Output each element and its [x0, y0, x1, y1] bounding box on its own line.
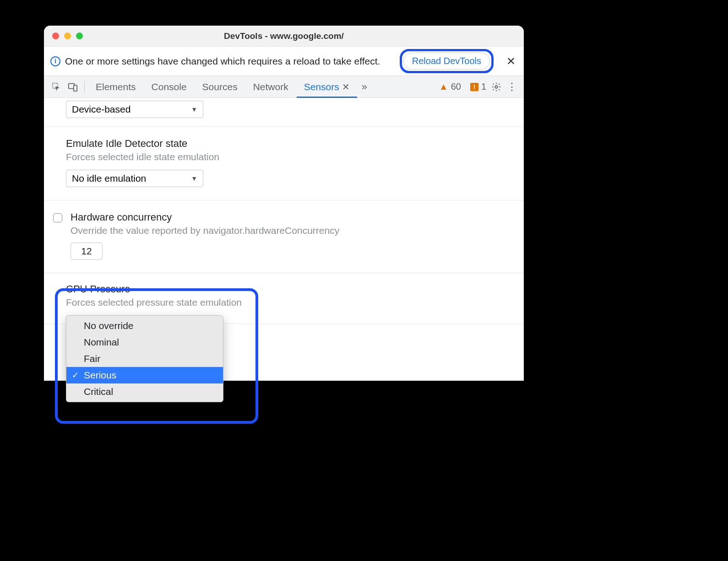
cpu-option-nominal[interactable]: Nominal: [66, 334, 223, 351]
idle-detector-section: Emulate Idle Detector state Forces selec…: [44, 127, 524, 200]
info-message: One or more settings have changed which …: [65, 56, 395, 67]
cpu-pressure-section: CPU Pressure Forces selected pressure st…: [44, 273, 524, 324]
idle-title: Emulate Idle Detector state: [66, 138, 515, 150]
cpu-option-fair[interactable]: Fair: [66, 351, 223, 367]
issue-icon: !: [470, 83, 478, 91]
chevron-down-icon: ▼: [191, 175, 197, 182]
hw-title: Hardware concurrency: [71, 211, 339, 223]
cpu-option-serious[interactable]: Serious: [66, 367, 223, 383]
hw-concurrency-input[interactable]: 12: [71, 243, 103, 260]
reload-devtools-button[interactable]: Reload DevTools: [403, 53, 490, 70]
issue-count: 1: [481, 81, 486, 92]
devtools-window: DevTools - www.google.com/ i One or more…: [44, 26, 524, 381]
tab-sources[interactable]: Sources: [195, 76, 245, 97]
cpu-option-no-override[interactable]: No override: [66, 318, 223, 334]
status-counts[interactable]: ▲ 60 ! 1: [437, 81, 488, 92]
traffic-lights: [44, 32, 83, 39]
device-toolbar-icon[interactable]: [65, 79, 81, 95]
dismiss-infobar-button[interactable]: ✕: [506, 55, 516, 68]
device-based-section: Device-based ▼: [44, 98, 524, 127]
svg-point-3: [495, 86, 498, 88]
minimize-window-button[interactable]: [64, 32, 71, 39]
device-select-value: Device-based: [72, 104, 130, 115]
close-window-button[interactable]: [52, 32, 59, 39]
hw-concurrency-checkbox[interactable]: [53, 213, 62, 222]
window-titlebar: DevTools - www.google.com/: [44, 26, 524, 47]
idle-select-value: No idle emulation: [72, 173, 146, 184]
svg-rect-2: [74, 85, 77, 91]
settings-gear-icon[interactable]: [489, 80, 504, 94]
window-title: DevTools - www.google.com/: [44, 31, 524, 41]
panel-tabbar: Elements Console Sources Network Sensors…: [44, 76, 524, 98]
cpu-desc: Forces selected pressure state emulation: [66, 297, 515, 308]
idle-select[interactable]: No idle emulation ▼: [66, 170, 203, 187]
tab-network[interactable]: Network: [246, 76, 296, 97]
reload-highlight: Reload DevTools: [400, 49, 494, 73]
warning-count: 60: [451, 81, 461, 92]
device-select[interactable]: Device-based ▼: [66, 101, 203, 118]
more-tabs-button[interactable]: »: [358, 81, 371, 93]
cpu-pressure-dropdown[interactable]: No overrideNominalFairSeriousCritical: [66, 315, 223, 402]
hardware-concurrency-section: Hardware concurrency Override the value …: [44, 200, 524, 273]
inspect-element-icon[interactable]: [49, 79, 64, 95]
sensors-panel: Device-based ▼ Emulate Idle Detector sta…: [44, 98, 524, 381]
divider: [84, 81, 85, 93]
info-bar: i One or more settings have changed whic…: [44, 47, 524, 76]
info-icon: i: [50, 56, 60, 66]
tab-console[interactable]: Console: [144, 76, 194, 97]
warning-icon: ▲: [439, 81, 448, 92]
maximize-window-button[interactable]: [76, 32, 83, 39]
more-options-icon[interactable]: ⋮: [505, 80, 519, 94]
close-tab-icon[interactable]: ✕: [342, 81, 350, 92]
tab-elements[interactable]: Elements: [88, 76, 143, 97]
tab-sensors[interactable]: Sensors ✕: [297, 76, 357, 97]
hw-desc: Override the value reported by navigator…: [71, 225, 339, 236]
cpu-title: CPU Pressure: [66, 283, 515, 295]
cpu-option-critical[interactable]: Critical: [66, 383, 223, 400]
chevron-down-icon: ▼: [191, 106, 197, 113]
idle-desc: Forces selected idle state emulation: [66, 151, 515, 162]
